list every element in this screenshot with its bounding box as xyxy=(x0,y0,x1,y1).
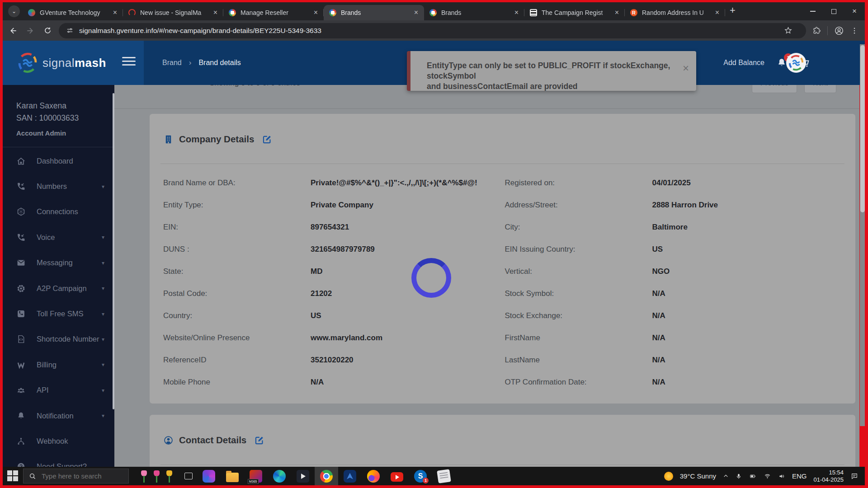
notifications-bell-button[interactable]: 1 xyxy=(776,57,787,68)
tab-close-icon[interactable]: × xyxy=(212,9,219,17)
scrollbar-thumb[interactable] xyxy=(860,45,865,212)
sidebar-item-messaging[interactable]: Messaging▾ xyxy=(3,250,114,276)
sidebar-item-api[interactable]: API▾ xyxy=(3,378,114,403)
signalmash-logo-icon[interactable] xyxy=(17,52,38,73)
tab-close-icon[interactable]: × xyxy=(714,9,721,17)
bookmark-star-icon[interactable] xyxy=(784,26,793,35)
sidebar-item-webhook[interactable]: Webhook xyxy=(3,428,114,454)
field-label: Country: xyxy=(163,311,311,320)
sidebar-item-connections[interactable]: Connections xyxy=(3,199,114,225)
speaker-icon[interactable] xyxy=(778,473,785,479)
action-center-icon[interactable] xyxy=(850,473,859,480)
menu-dots-icon[interactable] xyxy=(850,27,859,35)
tab-close-icon[interactable]: × xyxy=(613,9,620,17)
battery-icon[interactable] xyxy=(749,473,757,479)
rocket-app-icon[interactable] xyxy=(344,470,356,483)
forward-icon xyxy=(26,26,35,35)
envelope-icon xyxy=(16,258,26,267)
site-settings-icon[interactable] xyxy=(66,27,74,34)
notebook-app-icon[interactable] xyxy=(437,469,451,483)
account-avatar[interactable] xyxy=(786,53,806,73)
profile-icon[interactable] xyxy=(834,26,844,36)
sidebar-item-numbers[interactable]: Numbers▾ xyxy=(3,174,114,199)
chrome-browser-icon[interactable] xyxy=(320,470,333,483)
edge-browser-icon[interactable] xyxy=(273,470,286,483)
sidebar-scrollbar-thumb[interactable] xyxy=(113,93,114,409)
url-text[interactable]: signalmash.gventure.info/#/new-campaign/… xyxy=(79,27,321,35)
field-value: 321654987979789 xyxy=(311,245,375,254)
clock[interactable]: 15:54 01-04-2025 xyxy=(814,469,844,483)
language-indicator[interactable]: ENG xyxy=(792,472,807,480)
tab-brands[interactable]: Brands× xyxy=(424,5,524,20)
sidebar-item-a2p-campaign[interactable]: A2P Campaign▾ xyxy=(3,276,114,301)
field-value: 04/01/2025 xyxy=(652,178,691,188)
hexagon-icon xyxy=(16,207,26,216)
sidebar-item-toll-free-sms[interactable]: Toll Free SMS▾ xyxy=(3,301,114,326)
tray-chevron-up-icon[interactable] xyxy=(723,473,729,479)
back-button[interactable] xyxy=(6,24,20,38)
tab-new-issue-signalma[interactable]: New issue - SignalMa× xyxy=(123,5,223,20)
tab-the-campaign-regist[interactable]: The Campaign Regist× xyxy=(524,5,625,20)
firefox-browser-icon[interactable] xyxy=(367,470,380,483)
tab-title: GVenture Technology xyxy=(40,9,112,16)
weather-sun-icon[interactable] xyxy=(664,472,673,481)
youtube-app-icon[interactable] xyxy=(391,472,403,482)
m365-app-icon[interactable]: M365 xyxy=(250,470,262,483)
branch-icon xyxy=(16,436,26,446)
sidebar-item-billing[interactable]: Billing▾ xyxy=(3,352,114,377)
sidebar-item-notification[interactable]: Notification▾ xyxy=(3,403,114,428)
sidebar-item-dashboard[interactable]: Dashboard xyxy=(3,148,114,174)
field-label: Stock Exchange: xyxy=(505,311,652,320)
tab-search-chevron-icon[interactable]: ⌄ xyxy=(8,5,20,17)
field-label: Registered on: xyxy=(505,178,652,188)
wifi-icon[interactable] xyxy=(764,473,771,479)
tab-brands[interactable]: Brands× xyxy=(324,5,424,20)
sidebar-item-need-support[interactable]: Need Support? xyxy=(3,454,114,467)
start-button-icon[interactable] xyxy=(7,470,19,482)
edit-company-details-icon[interactable] xyxy=(262,134,272,144)
window-minimize-button[interactable] xyxy=(802,2,823,20)
field-row: Address/Street:2888 Harron Drive xyxy=(505,194,847,216)
file-explorer-icon[interactable] xyxy=(226,473,239,482)
tab-close-icon[interactable]: × xyxy=(513,9,520,17)
chevron-down-icon: ▾ xyxy=(102,260,104,266)
sidebar-item-label: API xyxy=(37,386,102,394)
window-maximize-button[interactable] xyxy=(823,2,844,20)
field-label: DUNS : xyxy=(163,245,311,254)
task-view-icon[interactable] xyxy=(184,473,193,479)
field-row: Vertical:NGO xyxy=(505,260,847,282)
microphone-icon[interactable] xyxy=(736,473,742,480)
window-close-button[interactable]: × xyxy=(844,2,865,20)
office-app-icon[interactable] xyxy=(203,470,215,483)
sidebar-item-voice[interactable]: Voice▾ xyxy=(3,225,114,250)
campaign-registry-favicon-icon xyxy=(530,9,537,16)
signalmash-app-icon[interactable]: S1 xyxy=(414,470,427,483)
new-tab-button[interactable]: + xyxy=(730,5,736,16)
taskbar-search-box[interactable] xyxy=(23,469,129,483)
reload-button[interactable] xyxy=(41,24,54,38)
add-balance-link[interactable]: Add Balance xyxy=(723,59,764,67)
tab-gventure-technology[interactable]: GVenture Technology× xyxy=(23,5,123,20)
tab-close-icon[interactable]: × xyxy=(413,9,420,17)
media-player-icon[interactable] xyxy=(297,470,309,483)
tulip-pink-icon xyxy=(141,470,147,483)
tab-manage-reseller[interactable]: Manage Reseller× xyxy=(223,5,324,20)
tulips-widget-icon[interactable] xyxy=(141,469,173,483)
taskbar-search-input[interactable] xyxy=(41,472,118,480)
extensions-puzzle-icon[interactable] xyxy=(812,26,821,35)
edit-contact-details-icon[interactable] xyxy=(255,435,264,445)
toast-close-icon[interactable]: × xyxy=(683,63,689,74)
forward-button[interactable] xyxy=(24,24,37,38)
frame-left xyxy=(0,0,3,488)
tab-close-icon[interactable]: × xyxy=(112,9,118,17)
address-bar[interactable]: signalmash.gventure.info/#/new-campaign/… xyxy=(59,23,806,38)
chrome-active-tile[interactable] xyxy=(315,467,338,485)
tulip-magenta-icon xyxy=(153,470,160,483)
tab-random-address-in-u[interactable]: RRandom Address In U× xyxy=(625,5,725,20)
field-row: Stock Exchange:N/A xyxy=(505,305,847,327)
breadcrumb-parent[interactable]: Brand xyxy=(162,59,182,67)
tab-close-icon[interactable]: × xyxy=(312,9,319,17)
sidebar-item-shortcode-number[interactable]: Shortcode Number▾ xyxy=(3,327,114,352)
hamburger-menu-icon[interactable] xyxy=(122,57,136,68)
weather-text[interactable]: 39°C Sunny xyxy=(680,472,716,480)
